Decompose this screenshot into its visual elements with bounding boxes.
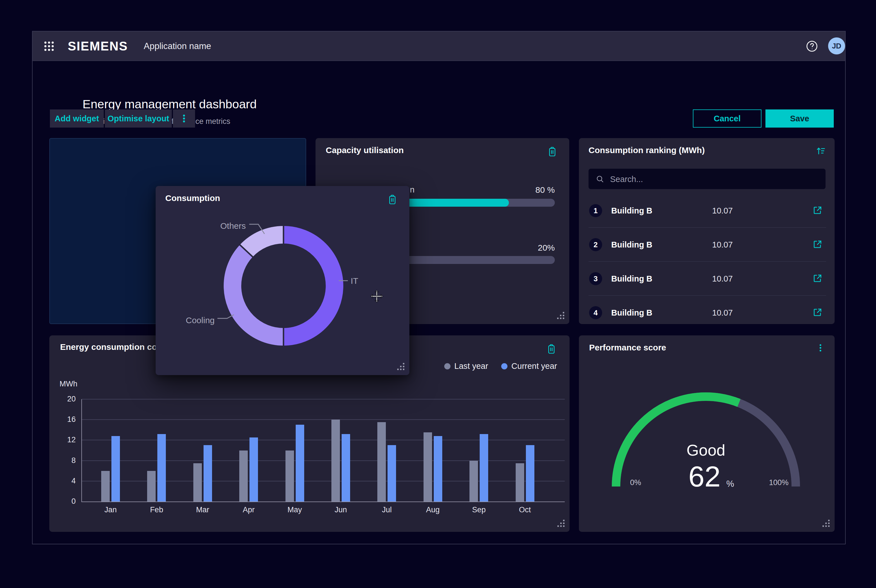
y-tick-label: 12 (58, 435, 76, 444)
building-name: Building B (611, 308, 652, 318)
progress-value: 80 % (536, 185, 555, 195)
gridline (82, 419, 565, 420)
external-link-icon[interactable] (812, 273, 823, 284)
search-input[interactable] (609, 169, 820, 190)
bar-current-year (387, 445, 396, 501)
resize-handle-icon[interactable] (397, 363, 405, 371)
resize-handle-icon[interactable] (557, 519, 566, 528)
donut-segment-label: Cooling (186, 315, 214, 325)
move-cursor-icon (370, 290, 383, 303)
ranking-row: 4Building B10.07 (588, 296, 826, 330)
siemens-logo: SIEMENS (68, 32, 128, 61)
user-avatar[interactable]: JD (828, 38, 845, 54)
building-name: Building B (611, 206, 652, 216)
donut-segment-label: Others (220, 221, 246, 231)
widget-title: Capacity utilisation (326, 146, 404, 155)
external-link-icon[interactable] (812, 239, 823, 250)
bar-current-year (111, 436, 120, 501)
performance-widget: Performance score Good 62 % 0% 100% (579, 335, 835, 532)
donut-segment-label: IT (351, 276, 358, 285)
delete-widget-icon[interactable] (546, 343, 557, 355)
app-header: SIEMENS Application name JD (33, 32, 845, 61)
x-tick-label: Sep (462, 506, 496, 514)
search-icon (596, 174, 604, 183)
rank-badge: 4 (589, 306, 602, 319)
widget-title: Energy consumption com (60, 342, 164, 352)
optimise-layout-button[interactable]: Optimise layout (105, 110, 172, 128)
bar-current-year (296, 425, 304, 501)
external-link-icon[interactable] (812, 307, 823, 318)
legend-label: Current year (512, 362, 557, 371)
bar-last-year (423, 432, 432, 501)
application-name: Application name (144, 32, 211, 61)
bar-last-year (470, 461, 478, 501)
save-button[interactable]: Save (765, 110, 834, 128)
bar-last-year (101, 471, 110, 501)
x-tick-label: Jan (93, 506, 128, 514)
bar-current-year (434, 436, 442, 501)
rank-badge: 3 (589, 272, 602, 285)
legend-label: Last year (454, 362, 488, 371)
bar-current-year (158, 434, 166, 501)
bar-current-year (526, 445, 534, 501)
bar-chart-plot: 048121620JanFebMarAprMayJunJulAugSepOct (81, 399, 565, 502)
gauge-rating: Good (663, 441, 748, 459)
bar-current-year (204, 445, 212, 501)
y-tick-label: 0 (58, 497, 76, 506)
consumption-value: 10.07 (712, 274, 733, 284)
gridline (82, 440, 565, 440)
bar-last-year (239, 450, 248, 502)
toolbar-kebab-button[interactable] (173, 110, 195, 128)
resize-handle-icon[interactable] (557, 312, 565, 320)
sort-icon[interactable] (815, 146, 826, 156)
gridline (82, 460, 565, 461)
delete-widget-icon[interactable] (547, 146, 558, 158)
bar-last-year (285, 450, 294, 502)
cancel-button[interactable]: Cancel (693, 110, 762, 128)
ranking-row: 3Building B10.07 (588, 261, 826, 296)
legend-item: Current year (501, 362, 557, 371)
help-icon[interactable] (806, 40, 819, 53)
page-title: Energy management dashboard (82, 97, 256, 111)
building-name: Building B (611, 274, 652, 284)
consumption-widget-dragging[interactable]: Consumption ITCoolingOthers (156, 186, 410, 375)
gauge-chart (579, 335, 835, 532)
gauge-unit: % (726, 479, 734, 489)
bar-last-year (516, 463, 524, 501)
y-tick-label: 16 (58, 415, 76, 424)
bar-last-year (147, 471, 156, 501)
x-tick-label: Apr (232, 506, 266, 514)
x-tick-label: Mar (186, 506, 220, 514)
consumption-value: 10.07 (712, 206, 733, 216)
external-link-icon[interactable] (812, 205, 823, 216)
bar-current-year (249, 438, 258, 501)
widget-title: Consumption ranking (MWh) (588, 146, 705, 155)
x-tick-label: May (278, 506, 312, 514)
resize-handle-icon[interactable] (822, 519, 831, 528)
consumption-value: 10.07 (712, 240, 733, 249)
donut-label-connector (218, 315, 234, 318)
y-tick-label: 4 (58, 477, 76, 485)
legend-dot-icon (444, 363, 450, 369)
x-tick-label: Feb (140, 506, 174, 514)
chart-legend: Last yearCurrent year (444, 362, 557, 371)
search-box (588, 169, 825, 189)
bar-current-year (480, 434, 488, 501)
gridline (82, 399, 565, 399)
donut-chart: ITCoolingOthers (156, 186, 410, 375)
ranking-row: 1Building B10.07 (588, 194, 826, 227)
y-tick-label: 8 (58, 456, 76, 465)
gauge-min-label: 0% (621, 478, 650, 487)
progress-label-fragment: n (410, 185, 414, 195)
rank-badge: 1 (589, 204, 602, 217)
ranking-row: 2Building B10.07 (588, 227, 826, 261)
bar-last-year (332, 420, 340, 501)
legend-item: Last year (444, 362, 488, 371)
ranking-widget: Consumption ranking (MWh) 1Building B10.… (579, 138, 835, 324)
gauge-max-label: 100% (765, 478, 793, 487)
bar-current-year (342, 434, 350, 501)
app-launcher-grid-icon[interactable] (43, 40, 55, 52)
add-widget-button[interactable]: Add widget (50, 110, 104, 128)
consumption-value: 10.07 (712, 308, 733, 318)
legend-dot-icon (501, 363, 507, 369)
